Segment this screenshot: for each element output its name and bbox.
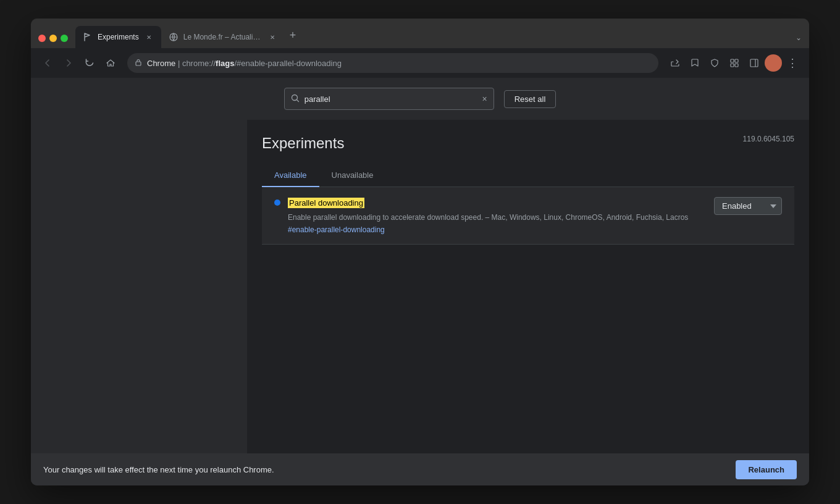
sidebar-toggle-button[interactable] — [745, 54, 763, 72]
flag-indicator — [274, 200, 280, 206]
tab-lemonde-label: Le Monde.fr – Actualités et Int — [183, 33, 262, 41]
close-button[interactable] — [38, 35, 46, 42]
menu-button[interactable]: ⋮ — [783, 54, 802, 72]
address-scheme: chrome:// — [182, 59, 216, 68]
tabs-area: Experiments ✕ Le Monde.fr – Actualités e… — [75, 25, 788, 48]
svg-rect-5 — [735, 64, 738, 67]
tab-experiments-close[interactable]: ✕ — [144, 32, 154, 42]
sidebar — [31, 120, 247, 453]
relaunch-button[interactable]: Relaunch — [736, 460, 797, 479]
svg-rect-4 — [731, 64, 734, 67]
browser-window: Experiments ✕ Le Monde.fr – Actualités e… — [31, 19, 809, 485]
address-site: Chrome — [147, 59, 175, 68]
tab-experiments-label: Experiments — [98, 33, 139, 41]
tab-overflow-button[interactable]: ⌄ — [788, 30, 809, 48]
minimize-button[interactable] — [49, 35, 57, 42]
svg-rect-6 — [750, 59, 758, 67]
profile-button[interactable] — [765, 54, 782, 72]
page-content: × Reset all Experiments 119.0.6045.105 A… — [31, 78, 809, 485]
new-tab-button[interactable]: + — [285, 25, 301, 46]
experiments-panel: Experiments 119.0.6045.105 Available Una… — [247, 120, 809, 453]
tab-lemonde-close[interactable]: ✕ — [267, 32, 277, 42]
flags-list: Parallel downloading Enable parallel dow… — [262, 187, 794, 245]
address-bar[interactable]: Chrome | chrome://flags/#enable-parallel… — [127, 53, 658, 73]
flag-description: Enable parallel downloading to accelerat… — [288, 212, 707, 223]
address-path: flags — [216, 59, 234, 68]
notification-bar: Your changes will take effect the next t… — [31, 453, 809, 485]
svg-point-8 — [292, 94, 297, 100]
svg-rect-2 — [731, 59, 734, 62]
main-content: Experiments 119.0.6045.105 Available Una… — [31, 120, 809, 453]
version-number: 119.0.6045.105 — [743, 135, 794, 143]
flag-tabs: Available Unavailable — [262, 164, 794, 187]
globe-icon — [169, 32, 178, 42]
tab-experiments[interactable]: Experiments ✕ — [75, 26, 161, 48]
flag-icon — [83, 32, 93, 42]
address-text: Chrome | chrome://flags/#enable-parallel… — [147, 59, 651, 68]
search-box[interactable]: × — [284, 88, 494, 110]
tab-lemonde[interactable]: Le Monde.fr – Actualités et Int ✕ — [161, 26, 285, 48]
flag-control: Default Enabled Disabled — [714, 197, 782, 215]
experiments-title: Experiments — [262, 135, 344, 152]
share-button[interactable] — [666, 54, 684, 72]
tab-available[interactable]: Available — [262, 164, 319, 187]
back-button[interactable] — [38, 54, 57, 72]
bookmark-button[interactable] — [686, 54, 704, 72]
notification-text: Your changes will take effect the next t… — [43, 465, 274, 474]
reset-all-button[interactable]: Reset all — [504, 90, 556, 108]
flag-link[interactable]: #enable-parallel-downloading — [288, 225, 707, 234]
search-clear-button[interactable]: × — [482, 94, 487, 104]
extensions-button[interactable] — [725, 54, 744, 72]
experiments-header: Experiments 119.0.6045.105 — [262, 135, 794, 152]
svg-rect-3 — [735, 59, 738, 62]
flag-select[interactable]: Default Enabled Disabled — [714, 197, 782, 215]
tab-unavailable[interactable]: Unavailable — [319, 164, 386, 187]
forward-button[interactable] — [59, 54, 78, 72]
lock-icon — [135, 59, 142, 68]
maximize-button[interactable] — [61, 35, 68, 42]
refresh-button[interactable] — [80, 54, 99, 72]
search-icon — [291, 94, 300, 104]
svg-rect-1 — [136, 62, 141, 65]
traffic-lights — [31, 35, 75, 48]
flag-name: Parallel downloading — [288, 198, 364, 208]
flag-info: Parallel downloading Enable parallel dow… — [288, 197, 707, 234]
extension-shield-button[interactable] — [705, 54, 724, 72]
address-hash: /#enable-parallel-downloading — [234, 59, 341, 68]
toolbar-icons: ⋮ — [666, 54, 802, 72]
search-area: × Reset all — [31, 78, 809, 120]
search-input[interactable] — [304, 94, 477, 104]
flag-item: Parallel downloading Enable parallel dow… — [262, 187, 794, 245]
home-button[interactable] — [101, 54, 120, 72]
title-bar: Experiments ✕ Le Monde.fr – Actualités e… — [31, 19, 809, 48]
nav-bar: Chrome | chrome://flags/#enable-parallel… — [31, 48, 809, 78]
